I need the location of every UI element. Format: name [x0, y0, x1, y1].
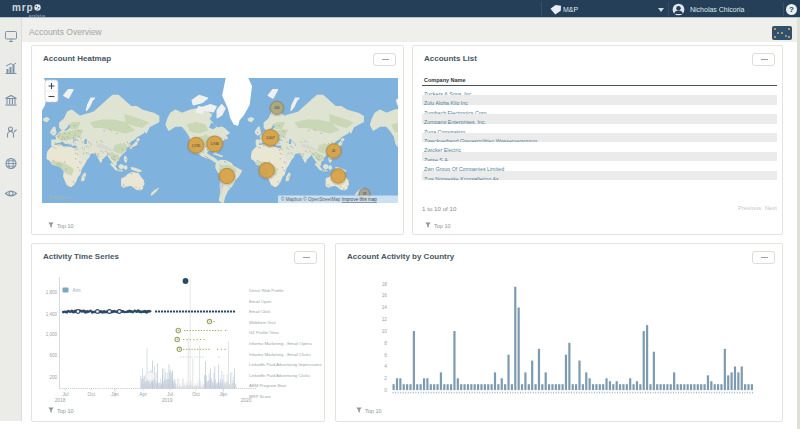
svg-text:1,800: 1,800 [46, 290, 58, 295]
svg-text:18: 18 [382, 282, 388, 287]
svg-text:© Mapbox © OpenStreetMap Impro: © Mapbox © OpenStreetMap Improve this ma… [281, 196, 377, 202]
svg-text:14: 14 [382, 305, 388, 310]
svg-text:2018: 2018 [55, 398, 66, 403]
svg-text:200: 200 [49, 375, 57, 380]
svg-text:2,007: 2,007 [266, 136, 275, 140]
svg-text:4: 4 [384, 364, 387, 369]
svg-text:209: 209 [274, 106, 279, 110]
svg-text:1,000: 1,000 [46, 332, 58, 337]
svg-text:mapbox: mapbox [48, 194, 72, 200]
svg-text:0: 0 [384, 388, 387, 393]
svg-text:12: 12 [382, 317, 388, 322]
svg-text:1,946: 1,946 [210, 142, 219, 146]
svg-text:41: 41 [332, 149, 336, 153]
svg-text:Oct: Oct [88, 392, 96, 397]
svg-text:Ann: Ann [73, 288, 82, 293]
svg-text:1,935: 1,935 [192, 144, 201, 148]
svg-text:10: 10 [382, 329, 388, 334]
svg-text:Apr: Apr [139, 392, 147, 397]
svg-text:600: 600 [49, 353, 57, 358]
svg-text:6: 6 [384, 353, 387, 358]
svg-text:Jul: Jul [167, 392, 173, 397]
svg-text:2: 2 [384, 376, 387, 381]
svg-text:2019: 2019 [162, 398, 173, 403]
svg-text:Oct: Oct [192, 392, 200, 397]
svg-text:8: 8 [384, 341, 387, 346]
svg-text:28: 28 [363, 192, 367, 196]
svg-text:16: 16 [382, 293, 388, 298]
svg-text:Jul: Jul [62, 392, 68, 397]
svg-text:1,400: 1,400 [46, 312, 58, 317]
